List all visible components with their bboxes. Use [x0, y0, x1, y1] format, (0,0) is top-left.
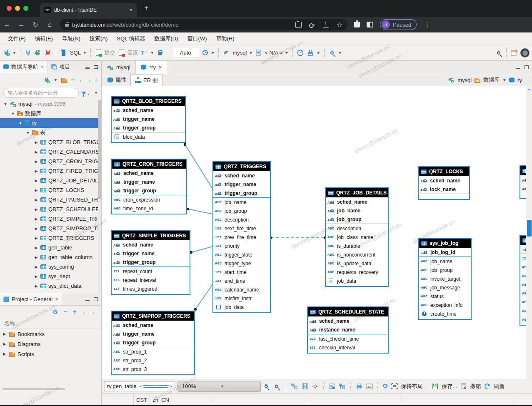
reload-icon[interactable]: ↻ — [28, 21, 42, 29]
menu-item[interactable]: 编辑(E) — [30, 35, 57, 42]
tree-item-table[interactable]: ▶QRTZ_CALENDARS — [0, 147, 101, 157]
er-entity-header[interactable]: QRTZ_SIMPROP_TRIGGERS — [112, 311, 194, 321]
quick-search-icon[interactable] — [495, 49, 502, 57]
collapsed-arrow-icon[interactable]: ▶ — [34, 179, 38, 183]
lock-icon[interactable] — [65, 24, 69, 27]
er-column-row[interactable]: ABC — [520, 306, 526, 315]
tree-item-table[interactable]: ▶gen_table — [0, 243, 101, 252]
er-column-row[interactable]: ABC — [520, 280, 526, 289]
collapsed-arrow-icon[interactable]: ▶ — [34, 169, 38, 173]
schema-selector[interactable]: < N/A > — [265, 50, 282, 56]
er-column-row[interactable]: ABCtrigger_name — [213, 180, 270, 189]
back-icon[interactable]: ← — [0, 21, 14, 28]
er-entity[interactable]: QRTZ_SIMPROP_TRIGGERSABCsched_nameABCtri… — [111, 311, 195, 375]
hierarchy-view-icon[interactable] — [338, 382, 346, 390]
er-column-row[interactable]: ABC — [520, 184, 526, 193]
er-column-row[interactable]: ABCdescription — [213, 215, 270, 224]
breadcrumb-dropdown[interactable]: ▼ — [502, 78, 506, 82]
er-column-row[interactable]: 123times_triggered — [112, 284, 190, 293]
maximize-project-panel-icon[interactable] — [94, 297, 98, 301]
er-column-row[interactable]: 123 — [520, 254, 526, 263]
er-column-row[interactable]: ABCis_update_data — [326, 259, 388, 268]
er-column-row[interactable]: 123checkin_interval — [308, 343, 388, 352]
er-column-row[interactable]: ABCcalendar_name — [213, 285, 270, 294]
table-filter-input[interactable]: 输入表格名称的一部分 — [3, 88, 79, 98]
navigator-scrollbar[interactable] — [98, 99, 101, 293]
bookmark-star-icon[interactable]: ☆ — [337, 21, 342, 29]
editor-tab-ry[interactable]: *ry × — [135, 61, 167, 74]
browser-tab[interactable]: <t> db-client - TitanIDE × — [40, 3, 137, 17]
clipboard-icon[interactable] — [295, 22, 302, 28]
share-icon[interactable] — [323, 23, 329, 28]
tree-item-table[interactable]: ▶QRTZ_JOB_DETAILS — [0, 176, 101, 185]
tree-item-tables-folder[interactable]: ▼表 — [0, 128, 101, 137]
project-item-scripts[interactable]: ▶▪Scripts — [0, 349, 101, 359]
collapsed-arrow-icon[interactable]: ▶ — [2, 332, 7, 336]
tree-item-table[interactable]: ▶QRTZ_SIMPROP_TRIGGERS — [0, 224, 101, 233]
project-link-icon[interactable]: ←→ — [82, 308, 95, 316]
tree-item-database-ry[interactable]: ▼ry — [0, 118, 101, 128]
filter-dropdown[interactable]: ▼ — [94, 91, 98, 95]
er-column-row[interactable]: 123 — [520, 245, 526, 254]
menu-item[interactable]: 文件(F) — [3, 35, 30, 42]
password-key-icon[interactable] — [309, 22, 315, 28]
project-settings-gear-icon[interactable]: ⚙ — [52, 308, 58, 316]
lock-icon-toolbar[interactable] — [156, 49, 164, 57]
er-column-row[interactable]: ABCsched_name — [326, 197, 388, 206]
new-connection-small-dropdown[interactable]: ▼ — [54, 78, 57, 82]
collapsed-arrow-icon[interactable]: ▶ — [2, 352, 7, 356]
tab-database-navigator[interactable]: 数据库导航 × — [0, 61, 48, 73]
collapsed-arrow-icon[interactable]: ▶ — [34, 159, 38, 164]
er-column-row[interactable]: create_time — [419, 309, 471, 318]
er-column-row[interactable]: 123repeat_count — [112, 267, 190, 276]
tree-item-table[interactable]: ▶sys_dept — [0, 271, 101, 281]
er-column-row[interactable]: ABCstr_prop_1 — [112, 347, 194, 356]
er-column-row[interactable]: ABCinvoke_target — [419, 274, 471, 283]
tree-item-table[interactable]: ▶gen_table_column — [0, 252, 101, 262]
collapsed-arrow-icon[interactable]: ▶ — [34, 246, 38, 250]
minimize-window-button[interactable] — [15, 6, 20, 11]
undo-label[interactable]: 撤销 — [470, 383, 481, 390]
tab-project-explorer[interactable]: 项目 — [48, 61, 74, 73]
open-view-icon[interactable] — [510, 49, 518, 57]
er-column-row[interactable]: ABCtrigger_group — [112, 258, 190, 267]
er-entity-header[interactable] — [520, 166, 526, 175]
er-entity[interactable]: QRTZ_SIMPLE_TRIGGERSABCsched_nameABCtrig… — [111, 230, 190, 295]
history-clock-icon[interactable] — [201, 49, 209, 57]
collapsed-arrow-icon[interactable]: ▶ — [2, 342, 7, 346]
minimize-panel-icon[interactable] — [85, 67, 90, 69]
diagram-settings-gear-icon[interactable]: ⚙ — [382, 382, 388, 390]
tree-item-table[interactable]: ▶QRTZ_TRIGGERS — [0, 233, 101, 243]
er-entity-partial[interactable]: 123123ABCABCABCABCABCABCABC — [520, 235, 526, 326]
er-entity-header[interactable] — [520, 236, 526, 245]
er-vscrollbar[interactable]: ▲ — [526, 86, 532, 379]
link-editor-icon[interactable]: ←→ — [78, 76, 92, 84]
refresh-icon[interactable] — [483, 382, 491, 390]
menu-item[interactable]: 数据库(D) — [150, 35, 183, 42]
collapsed-arrow-icon[interactable]: ▶ — [34, 255, 38, 259]
project-item-bookmarks[interactable]: ▶★Bookmarks — [0, 329, 101, 339]
maximize-editor-icon[interactable] — [525, 65, 529, 69]
er-column-row[interactable]: ABCstr_prop_3 — [112, 365, 194, 374]
er-entity[interactable]: QRTZ_BLOB_TRIGGERSABCsched_nameABCtrigge… — [111, 96, 186, 143]
connect-icon[interactable] — [24, 49, 32, 57]
er-column-row[interactable]: job_data — [326, 276, 388, 285]
schema-dropdown[interactable]: ▼ — [285, 51, 289, 55]
er-column-row[interactable]: ABClock_name — [419, 185, 469, 194]
menu-item[interactable]: 帮助(H) — [211, 35, 239, 42]
er-column-row[interactable]: ABCrequests_recovery — [326, 268, 388, 276]
collapsed-arrow-icon[interactable]: ▶ — [34, 274, 38, 279]
zoom-dropdown-icon[interactable]: ▼ — [220, 384, 256, 389]
window-controls[interactable] — [7, 6, 28, 11]
maximize-panel-icon[interactable] — [94, 65, 98, 69]
breadcrumb-connection[interactable]: mysql — [457, 77, 472, 83]
er-entity-header[interactable]: QRTZ_CRON_TRIGGERS — [112, 159, 186, 169]
er-column-row[interactable]: ABCjob_group — [419, 266, 471, 274]
tree-item-table[interactable]: ▶QRTZ_BLOB_TRIGGERS — [0, 137, 101, 147]
grid-toggle-icon[interactable] — [301, 382, 309, 390]
sql-dropdown[interactable]: ▼ — [83, 51, 87, 55]
er-column-row[interactable]: ABCtrigger_name — [112, 329, 194, 338]
er-column-row[interactable]: ABCis_nonconcurrent — [326, 250, 388, 259]
transaction-icon[interactable]: T⋮ — [140, 49, 148, 57]
side-panel-icon[interactable] — [367, 22, 373, 27]
